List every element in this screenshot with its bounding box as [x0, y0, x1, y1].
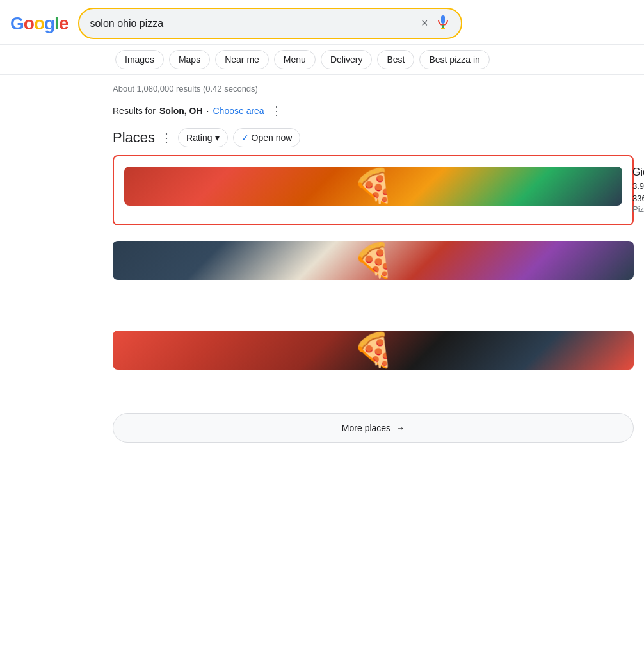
search-bar[interactable]: × — [78, 8, 462, 39]
rating-filter-dropdown[interactable]: Rating ▾ — [178, 128, 227, 147]
filter-tabs: Images Maps Near me Menu Delivery Best B… — [0, 45, 644, 75]
place-address-gioninos: 33637 Aurora Rd — [632, 193, 644, 203]
place-image-antonios: 🍕 — [113, 241, 634, 280]
choose-area-link[interactable]: Choose area — [213, 106, 264, 116]
place-card-dominos[interactable]: 🍕 Domino's Pizza 3.8 ★★★★★ (300) · $ · P… — [113, 320, 634, 398]
more-options-button[interactable]: ⋮ — [271, 104, 282, 118]
tab-maps[interactable]: Maps — [169, 50, 210, 69]
rating-label: Rating — [186, 133, 212, 143]
more-places-button[interactable]: More places → — [113, 413, 634, 443]
tab-best[interactable]: Best — [377, 50, 414, 69]
place-meta-gioninos: 3.9 ★★★★★ (126) · $$ · Pizza — [632, 181, 644, 191]
search-icons: × — [421, 14, 451, 33]
svg-rect-0 — [441, 15, 445, 24]
place-image-dominos: 🍕 — [113, 331, 634, 370]
tab-delivery[interactable]: Delivery — [321, 50, 373, 69]
rating-number: 3.9 — [632, 181, 644, 191]
google-logo: Google — [10, 13, 68, 34]
checkmark-icon: ✓ — [241, 133, 249, 143]
search-input[interactable] — [90, 18, 421, 29]
places-header: Places ⋮ Rating ▾ ✓ Open now — [113, 128, 634, 147]
search-header: Google × — [0, 0, 644, 45]
place-info-gioninos: Gionino's Pizzeria 3.9 ★★★★★ (126) · $$ … — [632, 167, 644, 214]
place-card-gioninos[interactable]: 🍕 Gionino's Pizzeria 3.9 ★★★★★ (126) · $… — [113, 155, 634, 226]
places-filter-row: Rating ▾ ✓ Open now — [178, 128, 300, 147]
dot-separator: · — [207, 106, 209, 116]
tab-images[interactable]: Images — [115, 50, 164, 69]
tab-menu[interactable]: Menu — [274, 50, 316, 69]
tab-near-me[interactable]: Near me — [215, 50, 269, 69]
results-location: Solon, OH — [159, 106, 203, 116]
place-desc-gioninos: Pizza & fried chicken chain — [632, 204, 644, 214]
places-section: Places ⋮ Rating ▾ ✓ Open now 🍕 Gionino's… — [0, 123, 644, 403]
place-name-gioninos: Gionino's Pizzeria — [632, 167, 644, 178]
places-more-options[interactable]: ⋮ — [160, 130, 173, 145]
open-now-label: Open now — [252, 133, 293, 143]
results-summary: About 1,080,000 results (0.42 seconds) — [0, 75, 644, 99]
place-card-antonios[interactable]: 🍕 Antonio's Pizzeria LoSchiavo 3.8 ★★★★★… — [113, 231, 634, 320]
place-image-gioninos: 🍕 — [124, 167, 622, 206]
mic-icon[interactable] — [435, 14, 451, 33]
more-places-label: More places — [342, 423, 390, 433]
clear-search-button[interactable]: × — [421, 17, 428, 30]
results-for-label: Results for — [113, 106, 156, 116]
arrow-icon: → — [396, 423, 405, 433]
places-title: Places — [113, 129, 155, 146]
dropdown-arrow-icon: ▾ — [215, 133, 220, 143]
results-for-line: Results for Solon, OH · Choose area ⋮ — [0, 99, 644, 123]
tab-best-pizza-in[interactable]: Best pizza in — [419, 50, 489, 69]
open-now-filter[interactable]: ✓ Open now — [233, 128, 301, 147]
